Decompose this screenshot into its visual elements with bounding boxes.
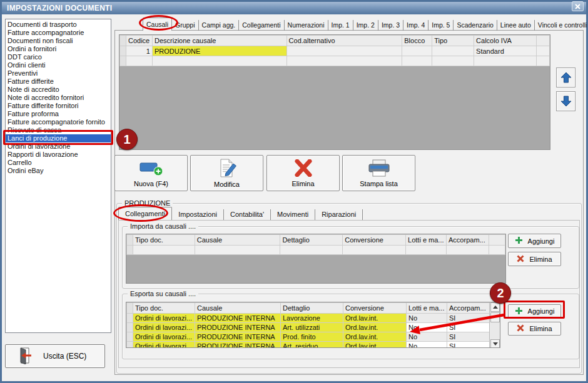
sidebar-item-carrello[interactable]: Carrello: [6, 159, 111, 167]
sidebar-item-fatture-accompagnatorie-fornito[interactable]: Fatture accompagnatorie fornito: [6, 118, 111, 126]
cell: [536, 46, 549, 56]
sidebar-item-fatture-differite[interactable]: Fatture differite: [6, 77, 111, 86]
cell: [120, 46, 126, 56]
scroll-down-icon[interactable]: [490, 339, 500, 348]
scrollbar-thumb[interactable]: [490, 312, 500, 322]
column-header: Conversione: [343, 303, 407, 314]
exit-button[interactable]: Uscita (ESC): [5, 344, 105, 368]
cell: Ord.lav.int.: [343, 323, 407, 332]
esporta-scrollbar[interactable]: [489, 302, 500, 348]
column-header: Lotti e ma...: [406, 235, 447, 246]
tab-causali[interactable]: Causali: [143, 17, 172, 31]
detail-tab-impostazioni[interactable]: Impostazioni: [172, 209, 224, 220]
tab-campi-agg[interactable]: Campi agg.: [199, 20, 240, 31]
modifica-button[interactable]: Modifica: [190, 155, 263, 191]
sidebar-item-rapporti-di-lavorazione[interactable]: Rapporti di lavorazione: [6, 151, 111, 159]
sidebar-item-note-di-accredito[interactable]: Note di accredito: [6, 86, 111, 94]
table-row[interactable]: 1PRODUZIONEStandard: [120, 46, 550, 56]
tab-imp-4[interactable]: Imp. 4: [403, 20, 428, 31]
sidebar-item-ordini-di-lavorazione[interactable]: Ordini di lavorazione: [6, 142, 111, 151]
esporta-aggiungi-button[interactable]: Aggiungi: [508, 304, 561, 318]
importa-grid: Tipo doc.CausaleDettaglioConversioneLott…: [126, 234, 506, 284]
tab-imp-1[interactable]: Imp. 1: [328, 20, 353, 31]
tab-vincoli-e-controlli[interactable]: Vincoli e controlli: [535, 20, 588, 31]
column-header: Accorpam...: [447, 303, 490, 314]
column-header: Tipo: [432, 36, 474, 46]
column-header: Descrizione causale: [152, 36, 286, 46]
cell: [133, 246, 195, 255]
cell: SI: [447, 314, 490, 323]
cell: [343, 246, 406, 255]
close-icon[interactable]: [572, 1, 584, 11]
column-header: Causale: [195, 303, 281, 314]
tab-numerazioni[interactable]: Numerazioni: [285, 20, 328, 31]
detail-tab-collegamenti[interactable]: Collegamenti: [118, 207, 172, 220]
causali-grid: CodiceDescrizione causaleCod.alternativo…: [119, 34, 550, 150]
cell: Lavorazione: [281, 314, 343, 323]
cell: [127, 246, 133, 255]
sidebar-item-ordini-ebay[interactable]: Ordini eBay: [6, 167, 111, 175]
x-icon: [517, 255, 524, 264]
sidebar-item-preventivi[interactable]: Preventivi: [6, 69, 111, 77]
column-header: Causale: [195, 235, 280, 246]
sidebar-item-note-di-accredito-fornitori[interactable]: Note di accredito fornitori: [6, 94, 111, 102]
cell: PRODUZIONE: [152, 46, 286, 56]
esporta-elimina-button[interactable]: Elimina: [508, 322, 561, 336]
column-header: Tipo doc.: [133, 235, 195, 246]
detail-tab-movimenti[interactable]: Movimenti: [271, 209, 315, 220]
cell: [474, 56, 537, 66]
sidebar-item-documenti-di-trasporto[interactable]: Documenti di trasporto: [6, 21, 111, 29]
cell: PRODUZIONE INTERNA: [195, 332, 281, 342]
tab-imp-2[interactable]: Imp. 2: [353, 20, 378, 31]
cell: Art. residuo: [281, 342, 343, 349]
tab-imp-5[interactable]: Imp. 5: [428, 20, 454, 31]
cell: [126, 56, 152, 66]
nuova-label: Nuova (F4): [134, 180, 168, 187]
sidebar-item-ddt-carico[interactable]: DDT carico: [6, 53, 111, 61]
sidebar-item-fatture-differite-fornitori[interactable]: Fatture differite fornitori: [6, 102, 111, 110]
tab-linee-auto[interactable]: Linee auto: [497, 20, 535, 31]
table-row[interactable]: Ordini di lavorazi...PRODUZIONE INTERNAA…: [127, 342, 490, 349]
elimina-label: Elimina: [291, 180, 314, 187]
cell: No: [407, 314, 447, 323]
cell: [489, 246, 505, 255]
column-header: [536, 36, 549, 46]
move-up-button[interactable]: [556, 67, 575, 87]
table-row[interactable]: Ordini di lavorazi...PRODUZIONE INTERNAL…: [127, 314, 490, 323]
nuova-button[interactable]: Nuova (F4): [114, 155, 188, 191]
cell: [402, 56, 432, 66]
sidebar-item-ordini-a-fornitori[interactable]: Ordini a fornitori: [6, 45, 111, 53]
table-row[interactable]: Ordini di lavorazi...PRODUZIONE INTERNAP…: [127, 332, 490, 342]
sidebar-item-fatture-accompagnatorie[interactable]: Fatture accompagnatorie: [6, 29, 111, 37]
table-row[interactable]: [127, 246, 505, 255]
cell: No: [407, 323, 447, 332]
sidebar-item-ordini-clienti[interactable]: Ordini clienti: [6, 61, 111, 69]
move-down-button[interactable]: [556, 91, 575, 111]
sidebar-item-documenti-non-fiscali[interactable]: Documenti non fiscali: [6, 37, 111, 45]
cell: Ordini di lavorazi...: [133, 332, 195, 342]
cell: [280, 246, 343, 255]
sidebar-item-lanci-di-produzione[interactable]: Lanci di produzione: [6, 134, 111, 142]
detail-tab-contabilita[interactable]: Contabilita': [224, 209, 271, 220]
column-header: [127, 235, 133, 246]
detail-tab-riparazioni[interactable]: Riparazioni: [315, 209, 363, 220]
scroll-up-icon[interactable]: [490, 302, 500, 312]
cell: [152, 56, 286, 66]
importa-group-label: Importa da causali ....: [128, 222, 198, 230]
elimina-button[interactable]: Elimina: [266, 155, 340, 191]
cell: PRODUZIONE INTERNA: [195, 323, 281, 332]
table-row[interactable]: Ordini di lavorazi...PRODUZIONE INTERNAA…: [127, 323, 490, 332]
tab-collegamenti[interactable]: Collegamenti: [239, 20, 284, 31]
tab-imp-3[interactable]: Imp. 3: [378, 20, 403, 31]
cell: [536, 56, 549, 66]
sidebar-item-ricevute-di-cassa[interactable]: Ricevute di cassa: [6, 126, 111, 134]
tab-gruppi[interactable]: Gruppi: [172, 20, 199, 31]
stampa-lista-button[interactable]: Stampa lista: [342, 155, 415, 191]
new-document-icon: [138, 159, 165, 178]
importa-elimina-label: Elimina: [529, 256, 552, 263]
tab-scadenzario[interactable]: Scadenzario: [454, 20, 497, 31]
importa-elimina-button[interactable]: Elimina: [508, 252, 561, 266]
table-row[interactable]: [120, 56, 550, 66]
importa-aggiungi-button[interactable]: Aggiungi: [508, 234, 561, 248]
sidebar-item-fatture-proforma[interactable]: Fatture proforma: [6, 110, 111, 118]
